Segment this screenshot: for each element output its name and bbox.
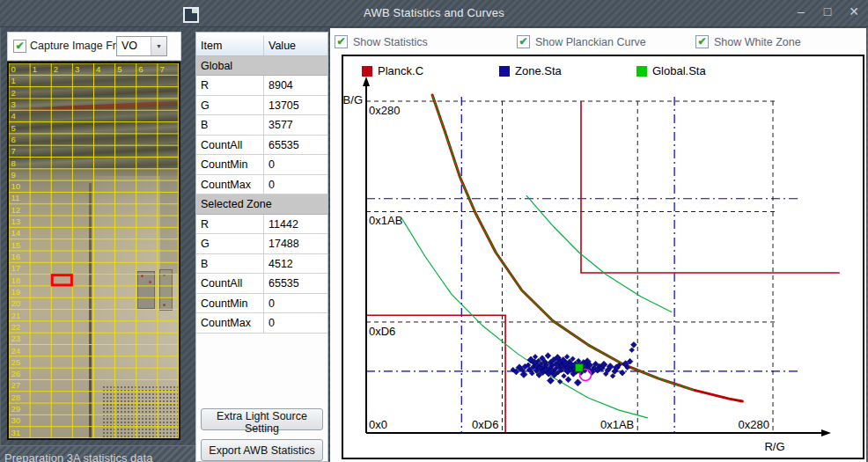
svg-text:12: 12 [11,205,21,215]
table-section-header: Global [196,56,327,77]
svg-text:6: 6 [11,135,16,144]
svg-text:14: 14 [11,228,21,238]
show-white-zone-checkbox[interactable]: ✔ Show White Zone [695,35,801,48]
checkmark-icon: ✔ [15,41,24,50]
svg-text:0x1AB: 0x1AB [369,214,402,227]
svg-text:25: 25 [11,357,21,367]
selected-zone-highlight [52,275,71,285]
table-row: CountMax0 [196,175,327,195]
close-button[interactable]: ✕ [847,4,861,18]
svg-text:21: 21 [11,311,21,320]
stats-panel: ItemValueGlobalR8904G13705B3577CountAll6… [195,32,328,462]
table-row: CountMin0 [196,294,327,314]
checkbox[interactable]: ✔ [517,35,530,48]
legend-swatch [499,66,510,77]
legend-label: Planck.C [378,64,423,77]
checkmark-icon: ✔ [519,37,527,46]
minimize-button[interactable]: – [794,4,808,18]
window-title: AWB Statistics and Curves [0,6,868,19]
table-row: R11442 [196,215,327,235]
svg-text:26: 26 [11,369,21,378]
export-awb-button[interactable]: Export AWB Statistics [201,439,323,461]
zone-grid-overlay[interactable]: 0123456712345678910111213141516171819202… [9,63,179,438]
capture-checkbox[interactable]: ✔ [13,40,26,53]
svg-text:31: 31 [11,428,21,437]
svg-text:16: 16 [11,252,21,261]
svg-text:0: 0 [11,64,16,74]
table-section-header: Selected Zone [196,194,327,215]
checkbox[interactable]: ✔ [335,35,348,48]
svg-text:0x0: 0x0 [369,418,387,431]
svg-text:8: 8 [11,158,16,168]
global-sta-marker [575,363,583,371]
svg-text:3: 3 [75,64,79,74]
svg-text:27: 27 [11,380,21,390]
svg-text:0xD6: 0xD6 [472,418,498,431]
svg-text:B/G: B/G [343,93,363,106]
svg-text:20: 20 [11,298,21,308]
svg-text:13: 13 [11,216,21,226]
legend-label: Global.Sta [652,64,706,77]
svg-text:1: 1 [33,64,37,74]
svg-text:7: 7 [11,146,16,156]
checkmark-icon: ✔ [336,37,345,46]
checkbox[interactable]: ✔ [695,35,709,48]
svg-text:0x280: 0x280 [739,418,769,431]
svg-text:5: 5 [11,123,16,133]
svg-text:R/G: R/G [764,440,784,453]
table-row: CountMax0 [196,313,327,334]
svg-text:17: 17 [11,263,21,273]
svg-text:30: 30 [11,415,21,425]
svg-text:7: 7 [159,64,164,74]
svg-text:19: 19 [11,287,21,297]
status-text: Preparation 3A statistics data [4,451,152,462]
show-statistics-checkbox[interactable]: ✔ Show Statistics [335,35,428,48]
svg-text:6: 6 [138,64,143,74]
svg-text:11: 11 [11,193,20,202]
svg-text:18: 18 [11,275,21,285]
svg-text:10: 10 [11,181,21,191]
svg-text:3: 3 [11,99,16,109]
image-preview[interactable]: 0123456712345678910111213141516171819202… [7,62,180,440]
legend-swatch [362,66,372,77]
table-row: G17488 [196,234,327,254]
chart-checkboxes: ✔ Show Statistics ✔ Show Planckian Curve… [330,35,866,51]
table-row: CountMin0 [196,155,327,175]
dropdown-button[interactable]: ▼ [151,37,166,55]
capture-panel: ✔ Capture Image From: VO ▼ [7,32,181,61]
svg-text:1: 1 [11,76,16,85]
show-white-zone-label: Show White Zone [714,36,801,48]
svg-text:0x1AB: 0x1AB [600,418,634,431]
svg-text:24: 24 [11,346,21,356]
table-row: B3577 [196,115,327,136]
show-statistics-label: Show Statistics [353,36,428,48]
svg-text:9: 9 [11,170,16,180]
svg-text:29: 29 [11,404,21,414]
table-row: CountAll65535 [196,136,327,156]
svg-text:23: 23 [11,334,21,343]
extra-light-source-button[interactable]: Extra Light Source Setting [201,408,323,430]
window-controls: – □ ✕ [794,4,861,18]
status-bar: Preparation 3A statistics data [0,445,195,462]
svg-text:2: 2 [54,64,58,74]
stats-table: ItemValueGlobalR8904G13705B3577CountAll6… [196,36,327,334]
svg-text:0xD6: 0xD6 [369,325,395,338]
titlebar: AWB Statistics and Curves – □ ✕ [0,0,868,27]
awb-chart[interactable]: Planck.CZone.StaGlobal.Sta0x2800x1AB0xD6… [342,55,864,459]
svg-text:4: 4 [11,111,16,121]
maximize-button[interactable]: □ [820,4,835,18]
awb-window: AWB Statistics and Curves – □ ✕ ✔ Captur… [0,0,868,462]
capture-source-select[interactable]: VO ▼ [116,36,167,56]
table-row: G13705 [196,96,327,116]
table-row: B4512 [196,254,327,275]
legend-label: Zone.Sta [515,64,563,77]
chart-panel: ✔ Show Statistics ✔ Show Planckian Curve… [330,28,866,462]
legend-swatch [636,66,647,77]
svg-text:28: 28 [11,392,21,402]
show-planckian-curve-checkbox[interactable]: ✔ Show Planckian Curve [517,35,646,48]
svg-text:4: 4 [96,64,100,74]
chevron-down-icon: ▼ [156,43,162,49]
capture-source-value: VO [121,40,137,52]
table-row: CountAll65535 [196,274,327,294]
svg-text:5: 5 [117,64,121,74]
